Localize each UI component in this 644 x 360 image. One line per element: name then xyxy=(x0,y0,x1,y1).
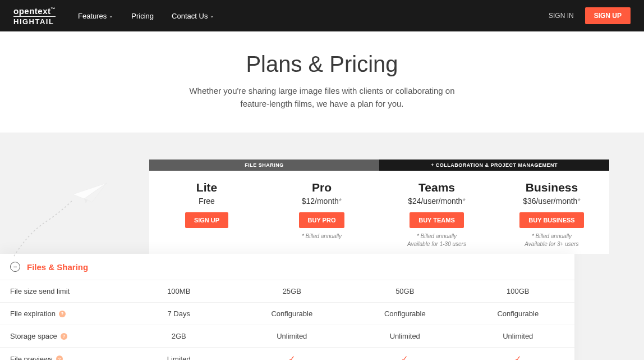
plan-cta-lite[interactable]: SIGN UP xyxy=(185,212,228,228)
plan-price: $36/user/month* xyxy=(500,197,604,206)
feature-value: Configurable xyxy=(348,303,462,324)
signin-link[interactable]: SIGN IN xyxy=(549,12,574,20)
feature-label: Storage space? xyxy=(0,326,122,347)
feature-value: 7 Days xyxy=(122,303,236,324)
plan-note: * Billed annually xyxy=(500,233,604,240)
nav-features[interactable]: Features⌄ xyxy=(78,12,113,20)
feature-label: File expiration? xyxy=(0,303,122,324)
plan-name: Teams xyxy=(385,181,489,194)
feature-row: File expiration? 7 Days Configurable Con… xyxy=(0,303,574,325)
category-file-sharing: FILE SHARING xyxy=(149,160,379,171)
pricing-section: FILE SHARING + COLLABORATION & PROJECT M… xyxy=(0,133,644,360)
feature-label: File size send limit xyxy=(0,281,122,302)
help-icon[interactable]: ? xyxy=(59,311,66,317)
feature-row: Storage space? 2GB Unlimited Unlimited U… xyxy=(0,325,574,348)
feature-value: Configurable xyxy=(236,303,349,324)
collapse-icon[interactable]: − xyxy=(10,262,20,272)
logo[interactable]: opentext™ HIGHTAIL xyxy=(13,7,56,25)
section-title: Files & Sharing xyxy=(27,262,88,272)
category-collaboration: + COLLABORATION & PROJECT MANAGEMENT xyxy=(379,160,609,171)
plan-business: Business $36/user/month* BUY BUSINESS * … xyxy=(494,171,609,254)
feature-table: − Files & Sharing File size send limit 1… xyxy=(0,254,574,360)
plan-cta-teams[interactable]: BUY TEAMS xyxy=(410,212,464,228)
feature-row: File previews? Limited ✓ ✓ ✓ xyxy=(0,348,574,360)
paper-plane-icon xyxy=(11,161,123,262)
feature-label: File previews? xyxy=(0,349,122,361)
header-right: SIGN IN SIGN UP xyxy=(549,7,631,24)
feature-value: 25GB xyxy=(236,281,349,302)
feature-value: 100GB xyxy=(462,281,575,302)
top-header: opentext™ HIGHTAIL Features⌄ Pricing Con… xyxy=(0,0,644,31)
plan-note: Available for 3+ users xyxy=(500,240,604,248)
plan-name: Lite xyxy=(155,181,259,194)
feature-value: Unlimited xyxy=(236,326,349,347)
check-icon: ✓ xyxy=(462,348,575,360)
page-title: Plans & Pricing xyxy=(11,52,633,77)
logo-hightail: HIGHTAIL xyxy=(13,16,56,25)
plan-price: Free xyxy=(155,197,259,206)
plan-cards: Lite Free SIGN UP Pro $12/month* BUY PRO… xyxy=(149,171,609,254)
main-nav: Features⌄ Pricing Contact Us⌄ xyxy=(78,12,214,20)
feature-value: 100MB xyxy=(122,281,236,302)
feature-value: Limited xyxy=(122,349,236,361)
logo-opentext: opentext™ xyxy=(13,7,56,15)
plan-price: $24/user/month* xyxy=(385,197,489,206)
hero: Plans & Pricing Whether you're sharing l… xyxy=(0,31,644,133)
nav-contact[interactable]: Contact Us⌄ xyxy=(172,12,214,20)
plan-price: $12/month* xyxy=(270,197,374,206)
plan-name: Business xyxy=(500,181,604,194)
plan-teams: Teams $24/user/month* BUY TEAMS * Billed… xyxy=(379,171,494,254)
help-icon[interactable]: ? xyxy=(61,333,67,340)
page-subtitle: Whether you're sharing large image files… xyxy=(176,85,468,110)
feature-value: Unlimited xyxy=(348,326,462,347)
signup-button[interactable]: SIGN UP xyxy=(585,7,631,24)
feature-value: 50GB xyxy=(348,281,462,302)
plan-name: Pro xyxy=(270,181,374,194)
check-icon: ✓ xyxy=(348,348,462,360)
plan-lite: Lite Free SIGN UP xyxy=(149,171,264,254)
feature-value: 2GB xyxy=(122,326,236,347)
plan-note: * Billed annually xyxy=(385,233,489,240)
plan-note: Available for 1-30 users xyxy=(385,240,489,248)
chevron-down-icon: ⌄ xyxy=(210,13,214,19)
plan-cta-business[interactable]: BUY BUSINESS xyxy=(519,212,583,228)
category-headers: FILE SHARING + COLLABORATION & PROJECT M… xyxy=(149,160,609,171)
help-icon[interactable]: ? xyxy=(56,356,63,360)
nav-pricing[interactable]: Pricing xyxy=(131,12,154,20)
plan-note: * Billed annually xyxy=(270,233,374,240)
chevron-down-icon: ⌄ xyxy=(109,13,113,19)
feature-value: Unlimited xyxy=(462,326,575,347)
plan-pro: Pro $12/month* BUY PRO * Billed annually xyxy=(264,171,379,254)
plan-cta-pro[interactable]: BUY PRO xyxy=(299,212,345,228)
feature-row: File size send limit 100MB 25GB 50GB 100… xyxy=(0,280,574,303)
check-icon: ✓ xyxy=(236,348,349,360)
feature-value: Configurable xyxy=(462,303,575,324)
